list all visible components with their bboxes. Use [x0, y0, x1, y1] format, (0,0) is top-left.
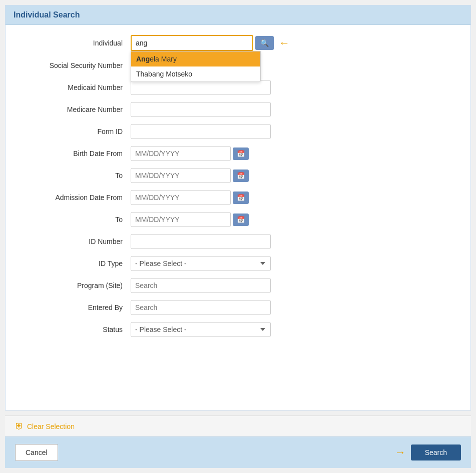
program-label: Program (Site)	[21, 282, 131, 290]
status-select[interactable]: - Please Select -	[131, 322, 271, 337]
individual-input[interactable]	[131, 35, 253, 51]
id-type-select[interactable]: - Please Select -	[131, 256, 271, 271]
entered-by-row: Entered By	[21, 300, 455, 315]
calendar-icon-3: 📅	[237, 194, 245, 202]
admission-date-to-calendar-button[interactable]: 📅	[233, 214, 249, 226]
form-id-input[interactable]	[131, 124, 271, 139]
footer-bar: ⛨ Clear Selection	[5, 416, 471, 436]
clear-selection-label: Clear Selection	[27, 422, 75, 430]
birth-date-from-calendar-button[interactable]: 📅	[233, 148, 249, 160]
birth-date-from-input[interactable]	[131, 146, 231, 161]
calendar-icon-2: 📅	[237, 172, 245, 180]
program-input[interactable]	[131, 278, 271, 293]
medicaid-label: Medicaid Number	[21, 84, 131, 92]
autocomplete-highlight-2: Thabang Motseko	[136, 70, 192, 78]
status-label: Status	[21, 326, 131, 334]
birth-date-from-row: Birth Date From 📅	[21, 146, 455, 161]
birth-date-to-input[interactable]	[131, 168, 231, 183]
individual-row: Individual 🔍 ← Angela Mary Thabang Motse…	[21, 35, 455, 51]
calendar-icon-1: 📅	[237, 150, 245, 158]
medicare-input[interactable]	[131, 102, 271, 117]
id-number-input[interactable]	[131, 234, 271, 249]
bottom-right: → Search	[395, 444, 461, 460]
id-type-label: ID Type	[21, 260, 131, 268]
bottom-bar: Cancel → Search	[5, 436, 471, 468]
admission-date-to-label: To	[21, 216, 131, 224]
individual-search-button[interactable]: 🔍	[255, 36, 274, 50]
clear-icon: ⛨	[15, 421, 24, 432]
form-id-row: Form ID	[21, 124, 455, 139]
individual-wrapper: 🔍 ← Angela Mary Thabang Motseko	[131, 35, 290, 51]
entered-by-label: Entered By	[21, 304, 131, 312]
autocomplete-item-angela[interactable]: Angela Mary	[131, 52, 260, 66]
id-type-row: ID Type - Please Select -	[21, 256, 455, 271]
entered-by-input[interactable]	[131, 300, 271, 315]
medicaid-row: Medicaid Number	[21, 80, 455, 95]
admission-date-to-input[interactable]	[131, 212, 231, 227]
calendar-icon-4: 📅	[237, 216, 245, 224]
form-id-label: Form ID	[21, 128, 131, 136]
birth-date-from-label: Birth Date From	[21, 150, 131, 158]
status-row: Status - Please Select -	[21, 322, 455, 337]
birth-date-to-label: To	[21, 172, 131, 180]
id-number-label: ID Number	[21, 238, 131, 246]
id-number-row: ID Number	[21, 234, 455, 249]
search-button[interactable]: Search	[411, 444, 461, 460]
search-icon: 🔍	[260, 39, 269, 47]
admission-date-from-row: Admission Date From 📅	[21, 190, 455, 205]
birth-date-to-calendar-button[interactable]: 📅	[233, 170, 249, 182]
ssn-label: Social Security Number	[21, 62, 131, 70]
cancel-button[interactable]: Cancel	[15, 444, 58, 461]
medicaid-input[interactable]	[131, 80, 271, 95]
admission-date-from-input[interactable]	[131, 190, 231, 205]
program-row: Program (Site)	[21, 278, 455, 293]
autocomplete-item-thabang[interactable]: Thabang Motseko	[131, 66, 260, 82]
bottom-arrow-icon: →	[395, 446, 406, 459]
autocomplete-dropdown: Angela Mary Thabang Motseko	[131, 51, 261, 82]
autocomplete-highlight-1: Angela Mary	[136, 55, 177, 63]
panel-title: Individual Search	[6, 6, 470, 25]
arrow-indicator: ←	[279, 38, 290, 48]
medicare-row: Medicare Number	[21, 102, 455, 117]
admission-date-from-calendar-button[interactable]: 📅	[233, 192, 249, 204]
individual-label: Individual	[21, 39, 131, 47]
clear-selection-link[interactable]: ⛨ Clear Selection	[15, 421, 75, 432]
admission-date-to-row: To 📅	[21, 212, 455, 227]
medicare-label: Medicare Number	[21, 106, 131, 114]
admission-date-from-label: Admission Date From	[21, 194, 131, 202]
birth-date-to-row: To 📅	[21, 168, 455, 183]
